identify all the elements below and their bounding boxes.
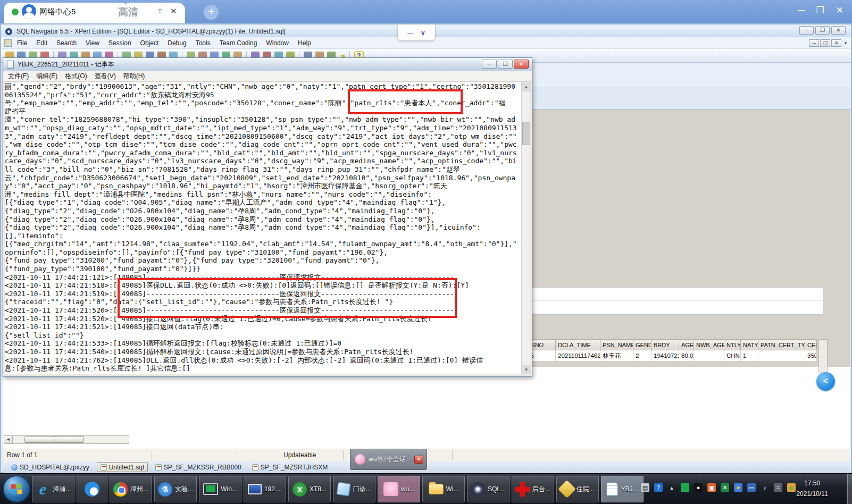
taskbar-button-[interactable]: 门诊... — [333, 476, 375, 502]
taskbar-button-[interactable]: 漳州... — [110, 476, 152, 502]
taskbar-button-[interactable]: ⚗实验... — [154, 476, 197, 502]
notepad-menu-item[interactable]: 帮助(H) — [123, 72, 145, 81]
taskbar-button-[interactable]: 住院... — [556, 476, 599, 502]
notepad-minimize-button[interactable]: ─ — [482, 60, 497, 69]
grid-column-header[interactable]: BRDY — [651, 339, 679, 350]
mini-chevron-down-icon[interactable]: ∨ — [421, 29, 426, 37]
notepad-close-button[interactable]: ✕ — [514, 60, 529, 69]
taskbar-button-wu[interactable]: wu... — [378, 476, 420, 502]
session-tab-sp-sf-mzkssr-rbb000[interactable]: SP_SF_MZKSSR_RBB000 — [152, 462, 245, 472]
menu-item-edit[interactable]: Edit — [36, 39, 47, 47]
avatar[interactable] — [22, 4, 36, 19]
mdi-close-button[interactable]: ✕ — [831, 39, 841, 47]
browser-maximize-icon[interactable]: ❐ — [816, 4, 824, 17]
notepad-menu-item[interactable]: 格式(O) — [65, 72, 87, 81]
notepad-restore-button[interactable]: ❐ — [498, 60, 513, 69]
horizontal-scrollbar[interactable]: ◄ — [4, 435, 129, 444]
show-desktop-button[interactable] — [847, 474, 852, 504]
grid-column-header[interactable]: GEND — [633, 339, 651, 350]
excel-icon[interactable]: ✕ — [721, 483, 729, 492]
network-icon[interactable]: ⌗ — [774, 483, 782, 492]
notepad-text-area[interactable]: 丽","gend":"2","brdy":"19900613","age":"3… — [5, 82, 522, 374]
menu-item-team-coding[interactable]: Team Coding — [220, 39, 257, 47]
browser-tab-title[interactable]: 网络中心5 — [39, 7, 76, 17]
grid-cell[interactable] — [758, 350, 805, 362]
session-tab-sd-hospital-zpxzyy[interactable]: SD_HOSPITAL@zpxzyy — [8, 462, 93, 472]
notepad-titlebar[interactable]: YBJK_226521_20211011 - 记事本 — [3, 58, 532, 71]
wu-close-button[interactable]: ✕ — [414, 456, 423, 464]
menu-item-view[interactable]: View — [86, 39, 99, 47]
taskbar-button-qqbrowsericon[interactable] — [77, 476, 107, 502]
grid-cell[interactable]: 2 — [633, 350, 651, 362]
wu-session-popup[interactable]: wu等2个会话 ✕ — [350, 449, 427, 470]
grid-column-header[interactable]: CER — [805, 339, 817, 350]
notepad-menu-item[interactable]: 文件(F) — [8, 72, 29, 81]
grid-scrollbar[interactable] — [818, 339, 828, 373]
video-quality-label[interactable]: 高清 — [118, 5, 138, 19]
scroll-up-icon[interactable]: ▲ — [522, 82, 531, 91]
taskbar-button-[interactable]: e漳浦... — [32, 476, 74, 502]
alert-icon[interactable]: ▣ — [707, 483, 716, 492]
meter-icon[interactable]: ▮ — [681, 483, 689, 492]
start-button[interactable] — [4, 476, 29, 502]
menu-item-tools[interactable]: Tools — [196, 39, 211, 47]
notepad-menu-item[interactable]: 编辑(E) — [36, 72, 57, 81]
taskbar-button-xt8[interactable]: XXT8... — [288, 476, 331, 502]
grid-cell[interactable]: 80.0 — [679, 350, 694, 362]
taskbar-button-[interactable]: 后台... — [512, 476, 554, 502]
notepad-menu-item[interactable]: 查看(V) — [95, 72, 116, 81]
menu-item-search[interactable]: Search — [56, 39, 77, 47]
taskbar-clock[interactable]: 17:50 2021/10/11 — [783, 478, 841, 499]
sqlnav-close-button[interactable]: ✕ — [831, 26, 846, 35]
grid-column-header[interactable]: NWB_AGE — [694, 339, 724, 350]
grid-column-header[interactable]: NTLY — [724, 339, 741, 350]
menu-item-object[interactable]: Object — [140, 39, 159, 47]
browser-close-icon[interactable]: ✕ — [836, 4, 843, 17]
display-icon[interactable]: ▭ — [747, 483, 756, 492]
help-icon[interactable]: ? — [654, 483, 663, 492]
mdi-minimize-button[interactable]: ─ — [809, 39, 819, 47]
grid-column-header[interactable]: PATN_CERT_TYPE — [758, 339, 805, 350]
taskbar-button-win[interactable]: Win... — [199, 476, 241, 502]
taskbar-button-ybj[interactable]: YBJ... — [601, 476, 644, 502]
menu-item-debug[interactable]: Debug — [168, 39, 186, 47]
menu-item-window[interactable]: Window — [266, 39, 289, 47]
menu-item-help[interactable]: Help — [298, 39, 311, 47]
menu-item-file[interactable]: File — [17, 39, 27, 47]
grid-column-header[interactable]: DCLA_TIME — [556, 339, 600, 350]
scroll-left-icon[interactable]: ◄ — [4, 436, 13, 443]
grid-cell[interactable] — [694, 350, 724, 362]
grid-column-header[interactable]: PSN_NAME — [600, 339, 633, 350]
panel-chevron-icon[interactable]: < — [816, 372, 835, 391]
up-arrow-icon[interactable]: ▴ — [667, 483, 676, 492]
scrollbar-thumb[interactable] — [522, 122, 530, 145]
sqlnav-minimize-button[interactable]: ─ — [799, 26, 814, 35]
taskbar-button-sql[interactable]: ✦SQL... — [467, 476, 509, 502]
keyboard-icon[interactable]: ▤ — [641, 483, 649, 492]
mini-minimize-icon[interactable]: ─ — [407, 28, 413, 37]
session-tab-sp-sf-mzsrtjhsxm[interactable]: SP_SF_MZSRTJHSXM — [249, 462, 331, 472]
grid-cell[interactable]: 林玉花 — [600, 350, 633, 362]
pointer-icon[interactable]: ➤ — [734, 483, 742, 492]
speaker-icon[interactable]: ♪ — [761, 483, 769, 492]
new-tab-button[interactable]: + — [204, 5, 219, 20]
grid-cell[interactable]: 350 — [805, 350, 817, 362]
scrollbar-thumb[interactable] — [24, 436, 84, 443]
sqlnav-restore-button[interactable]: ❐ — [815, 26, 830, 35]
mdi-caret-icon[interactable]: ▾ — [844, 40, 847, 46]
tab-close-icon[interactable]: ✕ — [170, 6, 177, 16]
mdi-restore-button[interactable]: ❐ — [820, 39, 830, 47]
taskbar-button-wi[interactable]: Wi... — [422, 476, 465, 502]
taskbar-button-192[interactable]: 192.... — [244, 476, 286, 502]
session-tab-untitled1-sql[interactable]: Untitled1.sql — [97, 462, 148, 472]
grid-column-header[interactable]: AGE — [679, 339, 694, 350]
browser-minimize-icon[interactable]: ─ — [798, 4, 804, 17]
scroll-down-icon[interactable]: ▼ — [522, 365, 531, 374]
notepad-scrollbar[interactable]: ▲ ▼ — [521, 82, 530, 374]
qq-icon[interactable]: ● — [694, 483, 703, 492]
menu-item-session[interactable]: Session — [108, 39, 131, 47]
grid-column-header[interactable]: NATY — [741, 339, 758, 350]
grid-cell[interactable]: 19410721 — [651, 350, 679, 362]
grid-cell[interactable]: 1 — [741, 350, 758, 362]
grid-cell[interactable]: 20211011174623 — [556, 350, 600, 362]
